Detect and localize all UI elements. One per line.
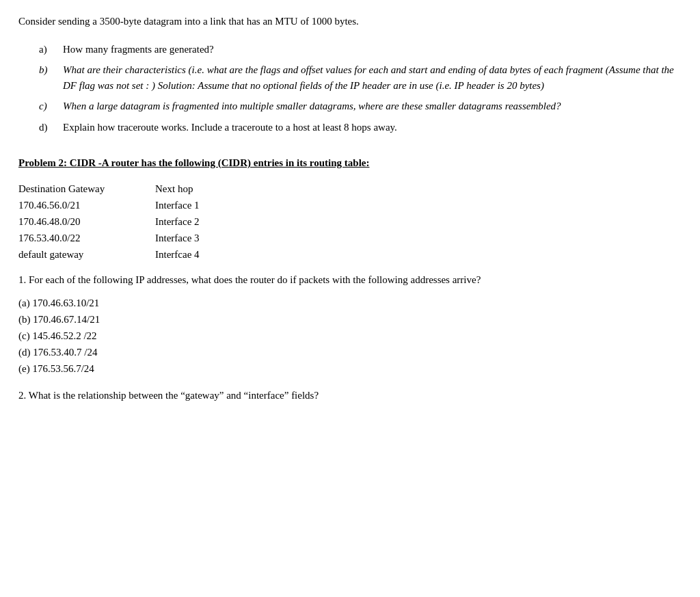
part-d-label: d) <box>39 120 63 135</box>
table-header-row: Destination Gateway Next hop <box>18 181 675 197</box>
part-d-text: Explain how traceroute works. Include a … <box>63 120 397 135</box>
part-c: c) When a large datagram is fragmented i… <box>39 98 675 114</box>
problem2-section: Problem 2: CIDR -A router has the follow… <box>18 155 675 403</box>
ip-address-list: (a) 170.46.63.10/21 (b) 170.46.67.14/21 … <box>18 295 675 377</box>
addr-b: (b) 170.46.67.14/21 <box>18 311 675 328</box>
question1-intro-text: 1. For each of the following IP addresse… <box>18 274 481 285</box>
table-row-4: default gateway Interfcae 4 <box>18 246 675 263</box>
dest-2: 170.46.48.0/20 <box>18 213 155 230</box>
part-b-label: b) <box>39 62 63 93</box>
col-dest-header: Destination Gateway <box>18 181 155 197</box>
nexthop-2: Interface 2 <box>155 213 265 230</box>
problem2-title: Problem 2: CIDR -A router has the follow… <box>18 155 675 171</box>
intro-text: Consider sending a 3500-byte datagram in… <box>18 14 675 29</box>
question2-text: 2. What is the relationship between the … <box>18 390 319 401</box>
addr-d: (d) 176.53.40.7 /24 <box>18 344 675 360</box>
nexthop-3: Interface 3 <box>155 230 265 246</box>
part-c-label: c) <box>39 98 63 114</box>
parts-list: a) How many fragments are generated? b) … <box>39 42 675 135</box>
routing-table: Destination Gateway Next hop 170.46.56.0… <box>18 181 675 263</box>
part-a-label: a) <box>39 42 63 57</box>
part-a-text: How many fragments are generated? <box>63 42 214 57</box>
table-row-2: 170.46.48.0/20 Interface 2 <box>18 213 675 230</box>
part-d: d) Explain how traceroute works. Include… <box>39 120 675 135</box>
dest-3: 176.53.40.0/22 <box>18 230 155 246</box>
col-nexthop-header: Next hop <box>155 181 265 197</box>
part-b: b) What are their characteristics (i.e. … <box>39 62 675 93</box>
dest-4: default gateway <box>18 246 155 263</box>
table-row-3: 176.53.40.0/22 Interface 3 <box>18 230 675 246</box>
question1-intro: 1. For each of the following IP addresse… <box>18 272 675 288</box>
table-row-1: 170.46.56.0/21 Interface 1 <box>18 197 675 213</box>
addr-a: (a) 170.46.63.10/21 <box>18 295 675 311</box>
question2: 2. What is the relationship between the … <box>18 388 675 403</box>
dest-1: 170.46.56.0/21 <box>18 197 155 213</box>
intro-label: Consider sending a 3500-byte datagram in… <box>18 16 359 27</box>
main-content: Consider sending a 3500-byte datagram in… <box>18 14 675 403</box>
part-a: a) How many fragments are generated? <box>39 42 675 57</box>
addr-e: (e) 176.53.56.7/24 <box>18 360 675 377</box>
part-b-text: What are their characteristics (i.e. wha… <box>63 62 675 93</box>
part-c-text: When a large datagram is fragmented into… <box>63 98 561 114</box>
nexthop-4: Interfcae 4 <box>155 246 265 263</box>
nexthop-1: Interface 1 <box>155 197 265 213</box>
addr-c: (c) 145.46.52.2 /22 <box>18 328 675 344</box>
